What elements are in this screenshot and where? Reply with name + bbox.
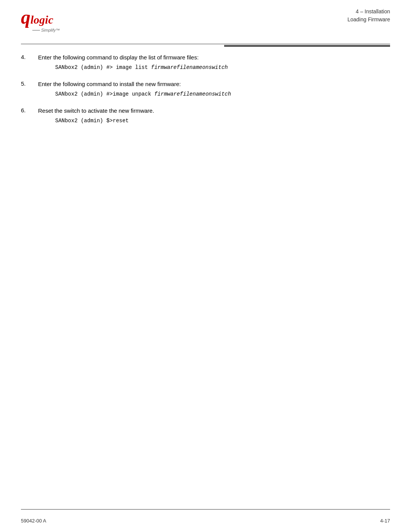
- logo-q-letter: q: [21, 8, 30, 27]
- logo-area: qlogic Simplify™: [21, 8, 82, 38]
- code-block-6: SANbox2 (admin) $>reset: [55, 117, 390, 125]
- list-number-6: 6.: [21, 107, 38, 113]
- page-container: qlogic Simplify™ 4 – Installation Loadin…: [0, 0, 411, 532]
- list-item-5-text: Enter the following command to install t…: [38, 81, 181, 87]
- list-item-4: 4. Enter the following command to displa…: [21, 53, 390, 77]
- code-prefix-4: SANbox2 (admin) #> image list: [55, 64, 151, 70]
- simplify-dash: [32, 30, 40, 30]
- code-italic-4: firmwarefilenameonswitch: [151, 64, 228, 70]
- list-item-4-text: Enter the following command to display t…: [38, 54, 199, 61]
- instruction-list: 4. Enter the following command to displa…: [21, 53, 390, 130]
- simplify-line: Simplify™: [32, 28, 60, 32]
- code-block-5: SANbox2 (admin) #>image unpack firmwaref…: [55, 90, 390, 98]
- code-prefix-5: SANbox2 (admin) #>image unpack: [55, 91, 154, 97]
- header-chapter-info: 4 – Installation Loading Firmware: [347, 8, 390, 24]
- header-rule-thick: [224, 45, 390, 47]
- list-item-4-content: Enter the following command to display t…: [38, 53, 390, 77]
- chapter-line1: 4 – Installation: [347, 8, 390, 16]
- code-block-4: SANbox2 (admin) #> image list firmwarefi…: [55, 64, 390, 72]
- simplify-text: Simplify™: [41, 28, 60, 32]
- chapter-line2: Loading Firmware: [347, 16, 390, 24]
- footer-doc-number: 59042-00 A: [21, 518, 46, 524]
- list-number-4: 4.: [21, 53, 38, 60]
- qlogic-logo: qlogic Simplify™: [21, 8, 60, 32]
- page-footer: 59042-00 A 4-17: [21, 509, 390, 532]
- code-italic-5: firmwarefilenameonswitch: [154, 91, 231, 97]
- main-content: 4. Enter the following command to displa…: [21, 53, 390, 502]
- logo-logic-text: logic: [30, 14, 53, 26]
- list-item-6-content: Reset the switch to activate the new fir…: [38, 107, 390, 130]
- code-prefix-6: SANbox2 (admin) $>reset: [55, 118, 129, 124]
- list-item-5-content: Enter the following command to install t…: [38, 80, 390, 104]
- list-item-5: 5. Enter the following command to instal…: [21, 80, 390, 104]
- list-item-6: 6. Reset the switch to activate the new …: [21, 107, 390, 130]
- list-number-5: 5.: [21, 80, 38, 87]
- footer-page-number: 4-17: [380, 518, 390, 524]
- page-header: qlogic Simplify™ 4 – Installation Loadin…: [0, 0, 411, 50]
- header-rules: [21, 44, 390, 47]
- list-item-6-text: Reset the switch to activate the new fir…: [38, 107, 154, 114]
- header-rule-thin: [21, 44, 390, 44]
